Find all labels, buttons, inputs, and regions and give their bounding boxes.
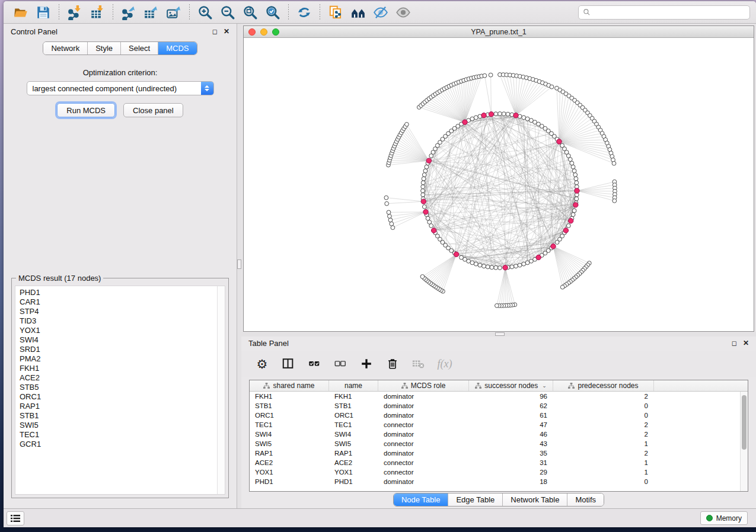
import-network-button[interactable] [63, 4, 86, 21]
sort-desc-icon: ⌄ [542, 383, 547, 389]
search-box[interactable] [578, 5, 750, 20]
cell-MCDS-role: connector [378, 420, 469, 430]
table-row[interactable]: ACE2ACE2connector311 [250, 458, 740, 467]
tab-mcds[interactable]: MCDS [158, 42, 196, 55]
zoom-in-button[interactable] [194, 4, 216, 21]
tab-network-table[interactable]: Network Table [503, 493, 567, 506]
network-canvas[interactable] [244, 38, 754, 331]
mcds-result-item[interactable]: SWI5 [20, 421, 225, 430]
mcds-result-item[interactable]: FKH1 [20, 364, 225, 373]
cell-MCDS-role: connector [378, 458, 469, 467]
mcds-result-item[interactable]: STB5 [20, 383, 225, 392]
column-header-shared-name[interactable]: shared name [250, 380, 329, 391]
zoom-out-button[interactable] [216, 4, 239, 21]
tab-select[interactable]: Select [121, 42, 158, 55]
zoom-window-icon[interactable] [272, 28, 279, 36]
cell-predecessor-nodes: 1 [553, 439, 654, 448]
network-view-window: YPA_prune.txt_1 [243, 25, 754, 332]
close-panel-button[interactable]: Close panel [123, 103, 183, 117]
column-header-MCDS-role[interactable]: MCDS role [378, 380, 469, 391]
hide-selected-button[interactable] [369, 4, 392, 21]
close-panel-icon[interactable]: ✕ [224, 28, 229, 35]
import-table-button[interactable] [86, 4, 109, 21]
mcds-result-item[interactable]: PHD1 [20, 288, 225, 297]
horizontal-split-divider[interactable] [241, 332, 756, 336]
cell-MCDS-role: dominator [378, 430, 469, 439]
zoom-selected-button[interactable] [261, 4, 284, 21]
mcds-result-item[interactable]: SWI4 [20, 335, 225, 345]
table-row[interactable]: SWI4SWI4dominator462 [250, 430, 740, 439]
select-all-button[interactable] [304, 354, 324, 373]
column-header-predecessor-nodes[interactable]: predecessor nodes [553, 380, 654, 391]
mcds-result-item[interactable]: ACE2 [20, 373, 225, 383]
table-panel-title: Table Panel [248, 339, 289, 348]
table-row[interactable]: ORC1ORC1dominator610 [250, 411, 740, 420]
first-neighbors-button[interactable] [347, 4, 369, 21]
table-scrollbar[interactable] [740, 392, 748, 491]
mcds-result-item[interactable]: STB1 [20, 411, 225, 421]
tab-motifs[interactable]: Motifs [567, 493, 604, 506]
table-row[interactable]: RAP1RAP1dominator352 [250, 448, 740, 458]
mcds-result-item[interactable]: CAR1 [20, 297, 225, 307]
column-label: successor nodes [484, 382, 538, 390]
settings-button[interactable]: ⚙ [252, 354, 272, 373]
table-row[interactable]: STB1STB1dominator620 [250, 401, 740, 411]
close-window-icon[interactable] [248, 28, 256, 36]
mcds-result-item[interactable]: YOX1 [20, 326, 225, 335]
table-row[interactable]: YOX1YOX1connector291 [250, 467, 740, 477]
column-layout-button[interactable] [278, 354, 298, 373]
delete-row-button[interactable] [382, 354, 403, 373]
tab-node-table[interactable]: Node Table [394, 493, 449, 506]
float-table-panel-icon[interactable]: ◻ [732, 340, 737, 347]
import-network-icon [67, 5, 82, 20]
tab-style[interactable]: Style [88, 42, 121, 55]
column-header-name[interactable]: name [329, 380, 378, 391]
zoom-fit-button[interactable] [239, 4, 261, 21]
table-row[interactable]: FKH1FKH1dominator962 [250, 392, 740, 401]
optimization-criterion-select[interactable]: largest connected component (undirected) [27, 81, 214, 95]
close-table-panel-icon[interactable]: ✕ [743, 339, 749, 347]
float-panel-icon[interactable]: ◻ [212, 28, 218, 35]
table-row[interactable]: SWI5SWI5connector431 [250, 439, 740, 448]
clone-network-button[interactable] [324, 4, 347, 21]
export-image-button[interactable] [162, 4, 185, 21]
mcds-result-item[interactable]: ORC1 [20, 392, 225, 402]
tab-network[interactable]: Network [43, 42, 88, 55]
mcds-result-item[interactable]: SRD1 [20, 345, 225, 354]
show-panel-button[interactable] [7, 511, 24, 525]
horizontal-split-handle[interactable] [495, 332, 505, 336]
table-row[interactable]: PHD1PHD1dominator180 [250, 477, 740, 486]
tab-edge-table[interactable]: Edge Table [448, 493, 503, 506]
run-mcds-button[interactable]: Run MCDS [57, 103, 115, 117]
mcds-result-item[interactable]: TID3 [20, 316, 225, 326]
show-all-button[interactable] [392, 4, 414, 21]
vertical-split-divider[interactable] [237, 24, 241, 508]
search-icon [583, 8, 591, 16]
mcds-result-item[interactable]: TEC1 [20, 430, 225, 440]
network-graph [244, 38, 754, 331]
mcds-list-scrollbar[interactable] [217, 286, 225, 494]
export-network-button[interactable] [117, 4, 140, 21]
open-button[interactable] [9, 4, 32, 21]
refresh-button[interactable] [293, 4, 315, 21]
add-row-button[interactable] [356, 354, 377, 373]
column-header-successor-nodes[interactable]: successor nodes⌄ [469, 380, 553, 391]
mcds-result-item[interactable]: RAP1 [20, 402, 225, 411]
vertical-split-handle[interactable] [237, 259, 241, 269]
mcds-result-item[interactable]: GCR1 [20, 440, 225, 449]
hide-selected-icon [373, 5, 388, 20]
table-row[interactable]: TEC1TEC1connector472 [250, 420, 740, 430]
mcds-result-list[interactable]: PHD1CAR1STP4TID3YOX1SWI4SRD1PMA2FKH1ACE2… [15, 286, 225, 495]
open-icon [13, 5, 28, 20]
memory-button[interactable]: Memory [700, 511, 748, 525]
deselect-all-button[interactable] [330, 354, 350, 373]
mcds-result-item[interactable]: STP4 [20, 307, 225, 316]
mcds-result-item[interactable]: PMA2 [20, 354, 225, 364]
network-window-titlebar[interactable]: YPA_prune.txt_1 [244, 26, 754, 38]
minimize-window-icon[interactable] [260, 28, 267, 36]
export-table-button[interactable] [140, 4, 162, 21]
cell-shared-name: YOX1 [250, 467, 329, 477]
search-input[interactable] [594, 8, 745, 17]
save-button[interactable] [32, 4, 55, 21]
table-scrollbar-thumb[interactable] [742, 395, 747, 450]
